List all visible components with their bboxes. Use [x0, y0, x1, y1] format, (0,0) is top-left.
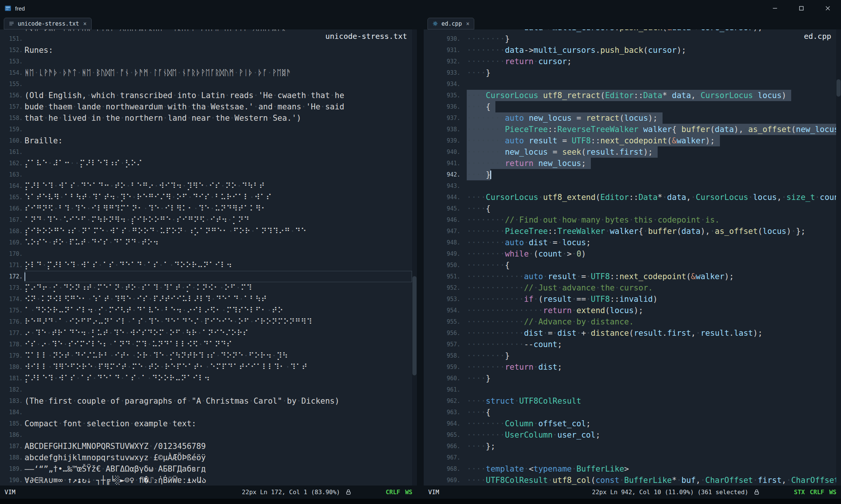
code-line[interactable]: 177.⠔·⠹⠑·⠞⠗⠁⠙⠑⠲·⡃⠥⠞·⠹⠑·⠺⠊⠎⠙⠕⠍·⠕⠋·⠳⠗·⠁⠝⠊⠑…	[0, 327, 412, 339]
code-line[interactable]: 939.········auto·result·=·UTF8::next_cod…	[424, 135, 836, 146]
code-line[interactable]: 941.········return·new_locus;	[424, 158, 836, 169]
code-line[interactable]: 184.	[0, 407, 412, 418]
code-line[interactable]: 952.············//·Just·advance·the·curs…	[424, 282, 836, 293]
code-line[interactable]: 175.⠁·⠙⠕⠕⠗⠤⠝⠁⠊⠇⠲·⡊·⠍⠊⠣⠞·⠙⠁⠧⠑·⠃⠑⠲·⠔⠊⠇⠔⠫⠂·…	[0, 305, 412, 316]
code-line[interactable]: 178.⠊⠎·⠔·⠹⠑·⠎⠊⠍⠊⠇⠑⠆·⠁⠝⠙·⠍⠹·⠥⠝⠙⠁⠇⠇⠪⠫·⠙⠁⠝⠙…	[0, 339, 412, 350]
tab-close-icon[interactable]: ×	[466, 20, 469, 27]
code-line[interactable]: 169.⠡⠕⠎⠑·⠞⠕·⠏⠥⠞·⠙⠊⠎·⠙⠁⠝⠙·⠞⠕⠲	[0, 237, 412, 248]
code-line[interactable]: 937.········auto·new_locus·=·retract(loc…	[424, 112, 836, 124]
code-line[interactable]: 929.············data->multi_cursors.push…	[424, 29, 836, 33]
code-line[interactable]: 953.············if·(result·==·UTF8::inva…	[424, 293, 836, 305]
code-line[interactable]: 185.Compact·font·selection·example·text:	[0, 418, 412, 429]
code-line[interactable]: 182.	[0, 384, 412, 395]
code-line[interactable]: 174.⠪⠝·⠅⠝⠪⠇⠫⠛⠑⠂·⠱⠁⠞·⠹⠻⠑·⠊⠎·⠏⠜⠞⠊⠊⠥⠇⠜⠇⠹·⠙⠑…	[0, 293, 412, 305]
code-line[interactable]: 183.(The·first·couple·of·paragraphs·of·"…	[0, 395, 412, 407]
code-line[interactable]: 964.········Column·offset_col;	[424, 418, 836, 429]
code-line[interactable]: 965.········UserColumn·user_col;	[424, 429, 836, 441]
code-line[interactable]: 957.············--count;	[424, 339, 836, 350]
right-scrollbar-thumb[interactable]	[836, 79, 841, 97]
code-line[interactable]: 163.	[0, 169, 412, 180]
line-content: Braille:	[25, 135, 412, 146]
code-line[interactable]: 156.(Old·English,·which·transcribed·into…	[0, 90, 412, 101]
whitespace-dots: ·	[182, 306, 187, 315]
tab-ed-cpp[interactable]: ed.cpp ×	[427, 18, 474, 29]
code-line[interactable]: 935.····CursorLocus·utf8_retract(Editor:…	[424, 90, 836, 101]
code-line[interactable]: 942.····}	[424, 169, 836, 180]
code-line[interactable]: 155.	[0, 78, 412, 90]
code-line[interactable]: 962.····struct·UTF8ColResult	[424, 395, 836, 407]
code-line[interactable]: 158.that·he·lived·in·the·northern·land·n…	[0, 112, 412, 124]
code-line[interactable]: 164.⡍⠜⠇⠑⠹·⠺⠁⠎·⠙⠑⠁⠙⠒·⠞⠕·⠃⠑⠛⠔·⠺⠊⠹⠲·⡹⠻⠑·⠊⠎·…	[0, 180, 412, 192]
code-line[interactable]: 190.∀∂∈ℝ∧∪≡∞·↑↗↨↻⇣·┐┼╔╘░►☺♀·ﬁ�⑀₂ἠḂӥẄɐː⍎א…	[0, 475, 412, 486]
code-line[interactable]: 968.····template·<typename·BufferLike>	[424, 463, 836, 475]
code-line[interactable]: 154.ᚻᛖ·ᚳᚹᚫᚦ·ᚦᚫᛏ·ᚻᛖ·ᛒᚢᛞᛖ·ᚩᚾ·ᚦᚫᛗ·ᛚᚪᚾᛞᛖ·ᚾᚩᚱ…	[0, 67, 412, 78]
code-line[interactable]: 936.····{	[424, 101, 836, 112]
code-line[interactable]: 960.····}	[424, 373, 836, 384]
code-line[interactable]: 938.········PieceTree::ReverseTreeWalker…	[424, 124, 836, 135]
code-line[interactable]: 162.⡌⠁⠧⠑·⠼⠁⠒··⡍⠜⠇⠑⠹⠰⠎·⡣⠕⠌	[0, 158, 412, 169]
code-line[interactable]: 161.	[0, 146, 412, 158]
code-line[interactable]: 188.abcdefghijklmnopqrstuvwxyz·£©µÀÆÖÞßé…	[0, 452, 412, 463]
code-line[interactable]: 949.········while·(count·>·0)	[424, 248, 836, 260]
code-line[interactable]: 934.	[424, 78, 836, 90]
code-line[interactable]: 963.····{	[424, 407, 836, 418]
whitespace-dots: ················	[467, 306, 543, 315]
code-line[interactable]: 959.········return·dist;	[424, 361, 836, 373]
code-line[interactable]: 179.⠩⠁⠇⠇·⠝⠕⠞·⠙⠊⠌⠥⠗⠃·⠊⠞⠂·⠕⠗·⠹⠑·⡊⠳⠝⠞⠗⠹⠰⠎·⠙…	[0, 350, 412, 361]
code-line[interactable]: 969.····UTF8ColResult·utf8_col(const·Buf…	[424, 475, 836, 486]
code-line[interactable]: 186.	[0, 429, 412, 441]
code-line[interactable]: 947.········PieceTree::TreeWalker·walker…	[424, 226, 836, 237]
code-line[interactable]: 165.⠱⠁⠞⠑⠧⠻·⠁⠃⠳⠞·⠹⠁⠞⠲·⡹⠑·⠗⠑⠛⠊⠌⠻·⠕⠋·⠙⠊⠎·⠃⠥…	[0, 192, 412, 203]
code-line[interactable]: 153.	[0, 56, 412, 67]
code-line[interactable]: 166.⠎⠊⠛⠝⠫·⠃⠹·⠹⠑·⠊⠇⠻⠛⠹⠍⠁⠝⠂·⠹⠑·⠊⠇⠻⠅⠂·⠹⠑·⠥⠝…	[0, 203, 412, 214]
line-content: Runes:	[25, 45, 412, 56]
code-line[interactable]: 932.········return·cursor;	[424, 56, 836, 67]
code-line[interactable]: 167.⠁⠝⠙·⠹⠑·⠡⠊⠑⠋·⠍⠳⠗⠝⠻⠲·⡎⠊⠗⠕⠕⠛⠑·⠎⠊⠛⠝⠫·⠊⠞⠲…	[0, 214, 412, 226]
whitespace-dots: ········	[467, 114, 505, 123]
tab-unicode-stress-txt[interactable]: unicode-stress.txt ×	[4, 18, 92, 29]
code-line[interactable]: 159.	[0, 124, 412, 135]
code-line[interactable]: 171.⡕⠇⠙·⡍⠜⠇⠑⠹·⠺⠁⠎·⠁⠎·⠙⠑⠁⠙·⠁⠎·⠁·⠙⠕⠕⠗⠤⠝⠁⠊⠇…	[0, 260, 412, 271]
maximize-button[interactable]	[788, 0, 815, 17]
code-line[interactable]: 157.bude·thaem·lande·northweardum·with·t…	[0, 101, 412, 112]
code-line[interactable]: 181.⡍⠜⠇⠑⠹·⠺⠁⠎·⠁⠎·⠙⠑⠁⠙·⠁⠎·⠁·⠙⠕⠕⠗⠤⠝⠁⠊⠇⠲	[0, 373, 412, 384]
code-line[interactable]: 955.············//·Advance·by·distance.	[424, 316, 836, 327]
code-line[interactable]: 152.Runes:	[0, 45, 412, 56]
code-line[interactable]: 160.Braille:	[0, 135, 412, 146]
code-line[interactable]: 933.····}	[424, 67, 836, 78]
whitespace-dots: ·	[171, 193, 176, 202]
minimize-button[interactable]	[762, 0, 788, 17]
code-line[interactable]: 173.⡍⠔⠙⠖·⡊·⠙⠕⠝⠰⠞·⠍⠑⠁⠝·⠞⠕·⠎⠁⠹·⠹⠁⠞·⡊·⠅⠝⠪⠂·…	[0, 282, 412, 293]
code-line[interactable]: 948.········auto·dist·=·locus;	[424, 237, 836, 248]
code-line[interactable]: 966.····};	[424, 441, 836, 452]
code-line[interactable]: 930.········}	[424, 33, 836, 45]
code-line[interactable]: 945.····{	[424, 203, 836, 214]
code-line[interactable]: 187.ABCDEFGHIJKLMNOPQRSTUVWXYZ·/01234567…	[0, 441, 412, 452]
code-line[interactable]: 944.····CursorLocus·utf8_extend(Editor::…	[424, 192, 836, 203]
tab-close-icon[interactable]: ×	[83, 20, 87, 27]
right-editor-viewport[interactable]: 929.············data->multi_cursors.push…	[424, 29, 841, 486]
pane-divider[interactable]	[417, 17, 424, 499]
left-scrollbar-thumb[interactable]	[412, 276, 417, 375]
code-line[interactable]: 172.	[0, 271, 412, 282]
code-line[interactable]: 954.················return·extend(locus)…	[424, 305, 836, 316]
code-line[interactable]: 170.	[0, 248, 412, 260]
code-line[interactable]: 189.–—‘“”„†•…‰™œŠŸž€·ΑΒΓΔΩαβγδω·АБВГДабв…	[0, 463, 412, 475]
code-line[interactable]: 946.········//·Find·out·how·many·bytes·t…	[424, 214, 836, 226]
left-scrollbar[interactable]	[412, 29, 417, 486]
code-line[interactable]: 168.⡎⠊⠗⠕⠕⠛⠑⠰⠎·⠝⠁⠍⠑·⠺⠁⠎·⠛⠕⠕⠙·⠥⠏⠕⠝·⠰⡡⠁⠝⠛⠑⠂…	[0, 226, 412, 237]
code-line[interactable]: 943.	[424, 180, 836, 192]
left-editor-viewport[interactable]: 150.ᚠᛇᚻ᛫ᛒᛦᚦ᛫ᚠᚱᚩᚠᚢᚱ᛫ᚠᛁᚱᚪ᛫ᚷᛖᚻᚹᛦᛚᚳᚢᛗ᛬·ᛋᚳᛖᚪᛚ…	[0, 29, 417, 486]
code-line[interactable]: 180.⠺⠊⠇⠇·⠹⠻⠑⠋⠕⠗⠑·⠏⠻⠍⠊⠞·⠍⠑·⠞⠕·⠗⠑⠏⠑⠁⠞⠂·⠑⠍⠏…	[0, 361, 412, 373]
code-line[interactable]: 940.········new_locus·=·seek(result.firs…	[424, 146, 836, 158]
code-line[interactable]: 176.⠗⠑⠛⠜⠙·⠁·⠊⠕⠋⠋⠔⠤⠝⠁⠊⠇·⠁⠎·⠹⠑·⠙⠑⠁⠙⠑⠌·⠏⠊⠑⠊…	[0, 316, 412, 327]
close-button[interactable]	[815, 0, 841, 17]
code-line[interactable]: 931.········data->multi_cursors.push_bac…	[424, 45, 836, 56]
right-scrollbar[interactable]	[836, 29, 841, 486]
code-line[interactable]: 961.	[424, 384, 836, 395]
code-line[interactable]: 967.	[424, 452, 836, 463]
code-line[interactable]: 958.········}	[424, 350, 836, 361]
code-line[interactable]: 956.············dist·=·dist·+·distance(r…	[424, 327, 836, 339]
code-line[interactable]: 950.········{	[424, 260, 836, 271]
code-line[interactable]: 951.············auto·result·=·UTF8::next…	[424, 271, 836, 282]
